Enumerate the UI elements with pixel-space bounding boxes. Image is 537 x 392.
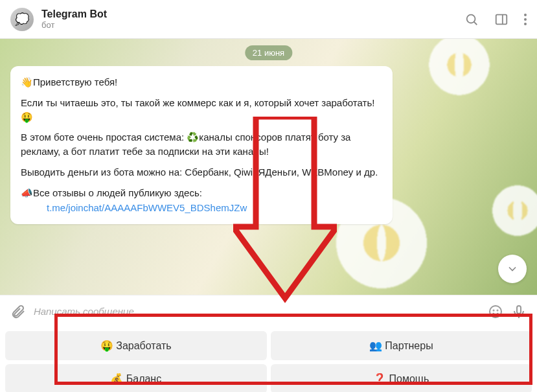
title-block[interactable]: Telegram Bot бот [41, 8, 464, 30]
help-button[interactable]: ❓ Помощь [271, 364, 532, 392]
mic-icon[interactable] [511, 304, 527, 319]
chat-header: 💭 Telegram Bot бот [0, 0, 537, 39]
msg-line: Если ты читаешь это, ты такой же коммерс… [21, 96, 382, 124]
scroll-down-button[interactable] [498, 255, 527, 283]
message-input[interactable] [34, 306, 480, 317]
svg-point-5 [494, 310, 494, 310]
emoji-icon[interactable] [488, 304, 503, 319]
balance-button[interactable]: 💰 Баланс [5, 364, 267, 392]
chat-subtitle: бот [41, 20, 464, 30]
avatar-emoji: 💭 [15, 12, 29, 27]
chevron-down-icon [506, 262, 519, 275]
msg-link[interactable]: t.me/joinchat/AAAAAFbWWEV5_BDShemJZw [47, 201, 382, 215]
sidebar-icon[interactable] [494, 12, 508, 27]
menu-dots-icon[interactable] [524, 14, 527, 25]
svg-line-1 [474, 21, 477, 25]
input-row [0, 295, 537, 327]
msg-line: 👋Приветствую тебя! [21, 75, 382, 89]
avatar[interactable]: 💭 [10, 8, 34, 31]
chat-area: 21 июня 👋Приветствую тебя! Если ты читае… [0, 39, 537, 295]
svg-rect-7 [517, 306, 521, 314]
msg-line: В этом боте очень простая система: ♻️кан… [21, 130, 382, 159]
svg-point-0 [467, 14, 475, 23]
bot-keyboard: 🤑 Заработать 👥 Партнеры 💰 Баланс ❓ Помощ… [0, 327, 537, 392]
partners-button[interactable]: 👥 Партнеры [271, 331, 532, 360]
chat-title: Telegram Bot [41, 8, 464, 20]
earn-button[interactable]: 🤑 Заработать [5, 331, 267, 360]
msg-line: 📣Все отзывы о людей публикую здесь: [21, 186, 382, 200]
svg-rect-2 [496, 14, 507, 24]
svg-point-6 [497, 310, 498, 310]
attach-icon[interactable] [10, 304, 26, 319]
bot-message[interactable]: 👋Приветствую тебя! Если ты читаешь это, … [10, 66, 393, 224]
svg-point-4 [490, 306, 501, 317]
search-icon[interactable] [464, 12, 479, 27]
date-badge: 21 июня [245, 45, 292, 60]
msg-line: Выводить деньги из бота можно на: Сберба… [21, 165, 382, 179]
